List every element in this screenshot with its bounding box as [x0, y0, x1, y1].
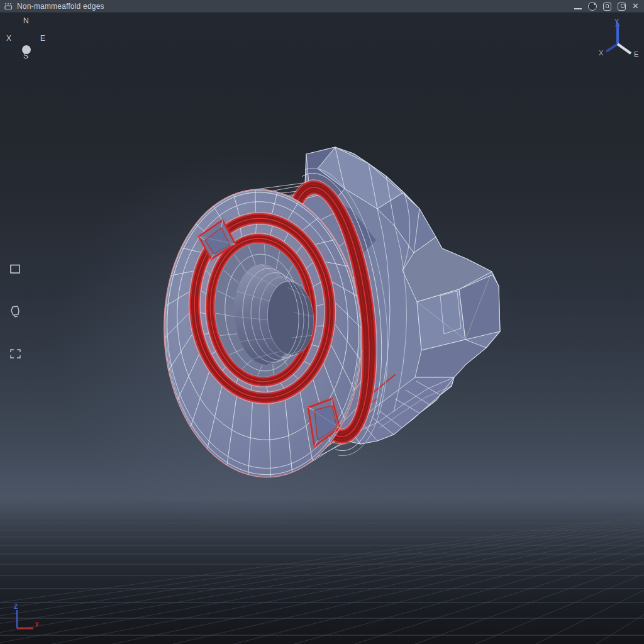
gizmo-x-axis[interactable] [606, 44, 618, 52]
marquee-select-button[interactable] [9, 347, 21, 360]
gizmo-e-label: E [634, 50, 638, 58]
app-icon [4, 3, 13, 10]
orientation-gizmo[interactable]: Y X E [585, 16, 643, 67]
titlebar: Non-mammeaffold edges ✕ [0, 0, 644, 13]
gizmo-x-label: X [599, 49, 604, 57]
floor-grid [0, 488, 644, 644]
close-button[interactable]: ✕ [632, 3, 639, 10]
minimize-button[interactable] [574, 4, 582, 9]
window-title: Non-mammeaffold edges [17, 2, 104, 11]
marquee-select-icon [9, 348, 21, 359]
loop-face-button[interactable] [9, 305, 21, 318]
origin-y-label: y [35, 620, 39, 627]
viewport-background: Non-mammeaffold edges ✕ N X E S Y X E [0, 0, 644, 644]
compass-west[interactable]: X [6, 34, 11, 43]
compass-east[interactable]: E [40, 34, 45, 43]
view-compass[interactable]: N X E S [0, 13, 60, 69]
origin-axis-gizmo: Z y [5, 599, 50, 641]
compass-north[interactable]: N [23, 16, 29, 25]
box-select-icon [9, 264, 21, 274]
gizmo-e-axis[interactable] [618, 44, 631, 53]
origin-z-label: Z [14, 603, 18, 610]
restore-button[interactable] [618, 3, 626, 11]
left-toolbar [9, 263, 21, 360]
box-select-button[interactable] [9, 263, 21, 275]
maximize-button[interactable] [603, 3, 611, 11]
gizmo-y-label: Y [614, 18, 619, 25]
viewport-canvas[interactable] [0, 0, 644, 644]
compass-south[interactable]: S [23, 52, 28, 60]
badge-button[interactable] [588, 2, 597, 11]
loop-face-icon [9, 305, 21, 318]
